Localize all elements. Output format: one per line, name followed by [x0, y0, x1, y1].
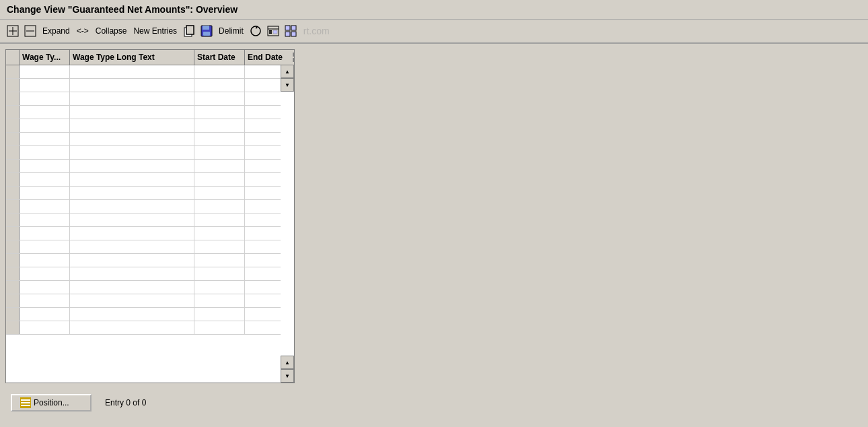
svg-rect-24: [293, 58, 295, 62]
table-row[interactable]: [6, 146, 281, 160]
svg-rect-15: [269, 32, 272, 34]
main-content: Wage Ty... Wage Type Long Text Start Dat…: [0, 44, 868, 422]
svg-rect-10: [203, 32, 210, 36]
scroll-down-bottom-button[interactable]: ▼: [281, 369, 294, 383]
scroll-up-bottom-icon: ▲: [285, 360, 290, 366]
scroll-up-icon: ▲: [285, 69, 290, 75]
scroll-down-icon: ▼: [285, 82, 290, 88]
table-row[interactable]: [6, 294, 281, 308]
table-row[interactable]: [6, 214, 281, 227]
table-row[interactable]: [6, 281, 281, 294]
bottom-bar: Position... Entry 0 of 0: [5, 389, 863, 417]
table-row[interactable]: [6, 173, 281, 187]
svg-rect-27: [21, 399, 30, 401]
scroll-up-bottom-button[interactable]: ▲: [281, 356, 294, 369]
table-row[interactable]: [6, 119, 281, 133]
table-row[interactable]: [6, 92, 281, 106]
scroll-down-bottom-icon: ▼: [285, 373, 290, 379]
svg-rect-16: [273, 30, 277, 34]
table-row[interactable]: [6, 106, 281, 119]
collapse-icon[interactable]: [23, 24, 38, 38]
table-header: Wage Ty... Wage Type Long Text Start Dat…: [6, 50, 294, 65]
position-label: Position...: [34, 398, 69, 407]
svg-rect-17: [285, 26, 290, 30]
table-container: Wage Ty... Wage Type Long Text Start Dat…: [5, 49, 295, 383]
scroll-up-button[interactable]: ▲: [281, 65, 294, 78]
svg-rect-19: [285, 32, 290, 36]
svg-rect-28: [21, 402, 30, 403]
col-settings-header[interactable]: [291, 50, 295, 65]
table-row[interactable]: [6, 321, 281, 335]
table-row[interactable]: [6, 254, 281, 267]
svg-rect-18: [291, 26, 296, 30]
position-button[interactable]: Position...: [11, 394, 92, 412]
save-icon[interactable]: [199, 24, 214, 38]
svg-rect-20: [291, 32, 296, 36]
col-wage-type-header: Wage Ty...: [20, 50, 70, 65]
table-body: [6, 65, 294, 383]
export-icon[interactable]: [266, 24, 281, 38]
col-start-date-header: Start Date: [194, 50, 245, 65]
title-bar: Change View "Guaranteed Net Amounts": Ov…: [0, 0, 868, 20]
entry-info: Entry 0 of 0: [105, 398, 146, 407]
watermark-text: rt.com: [303, 26, 330, 36]
table-row[interactable]: [6, 200, 281, 214]
svg-rect-9: [203, 26, 209, 30]
table-row[interactable]: [6, 240, 281, 254]
col-long-text-header: Wage Type Long Text: [70, 50, 194, 65]
collapse-arrow: <->: [75, 25, 91, 37]
position-icon: [20, 397, 31, 408]
table-row[interactable]: [6, 308, 281, 321]
table-row[interactable]: [6, 227, 281, 240]
expand-icon[interactable]: [5, 24, 20, 38]
svg-rect-22: [293, 53, 295, 57]
svg-rect-29: [21, 405, 30, 406]
page-title: Change View "Guaranteed Net Amounts": Ov…: [7, 4, 238, 15]
collapse-button[interactable]: Collapse: [94, 25, 129, 37]
col-end-date-header: End Date: [245, 50, 291, 65]
new-entries-button[interactable]: New Entries: [131, 25, 179, 37]
refresh-icon[interactable]: [248, 24, 263, 38]
table-row[interactable]: [6, 187, 281, 200]
copy-icon[interactable]: [182, 24, 196, 38]
table-row[interactable]: [6, 133, 281, 146]
table-row[interactable]: [6, 160, 281, 173]
grid-icon[interactable]: [283, 24, 298, 38]
scroll-down-top-button[interactable]: ▼: [281, 78, 294, 92]
toolbar: Expand <-> Collapse New Entries Delimit: [0, 20, 868, 44]
table-row[interactable]: [6, 79, 281, 92]
table-row[interactable]: [6, 65, 281, 79]
delimit-button[interactable]: Delimit: [217, 25, 246, 37]
svg-rect-14: [269, 30, 272, 32]
table-row[interactable]: [6, 267, 281, 281]
svg-rect-6: [186, 26, 194, 34]
expand-button[interactable]: Expand: [40, 25, 72, 37]
col-select-header: [6, 50, 20, 65]
